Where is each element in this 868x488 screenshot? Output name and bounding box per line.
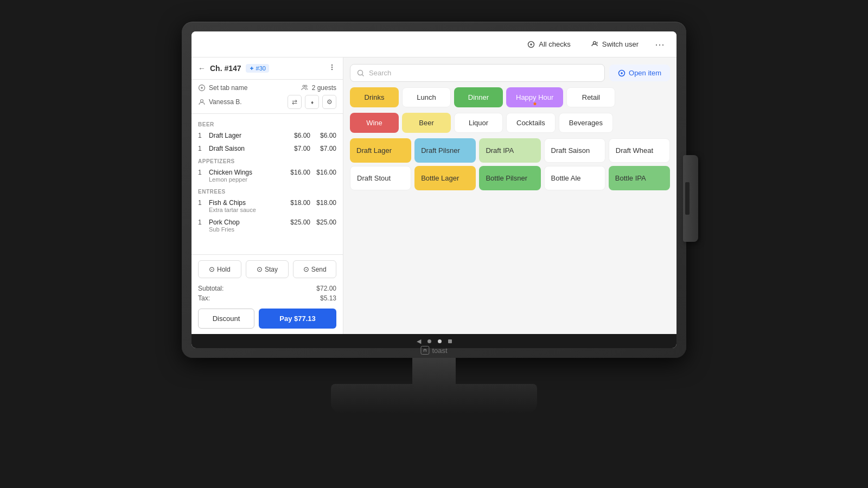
menu-item-draft-lager[interactable]: Draft Lager bbox=[350, 138, 411, 163]
menu-item-draft-saison[interactable]: Draft Saison bbox=[544, 138, 605, 163]
menu-item-bottle-ale[interactable]: Bottle Ale bbox=[544, 166, 605, 190]
card-slot bbox=[685, 182, 690, 215]
set-tab-name-btn[interactable]: Set tab name bbox=[198, 84, 247, 92]
menu-item-draft-pilsner[interactable]: Draft Pilsner bbox=[414, 138, 476, 163]
action-buttons-row: ⊙ Hold ⊙ Stay ⊙ Send bbox=[198, 260, 336, 278]
menu-item-label: Draft IPA bbox=[486, 146, 514, 155]
menu-panel: Search Open item bbox=[343, 57, 676, 334]
order-panel: ← Ch. #147 #30 bbox=[192, 57, 343, 334]
list-item[interactable]: 1 Draft Lager $6.00 $6.00 bbox=[192, 129, 343, 142]
stay-button[interactable]: ⊙ Stay bbox=[246, 260, 289, 278]
send-button[interactable]: ⊙ Send bbox=[293, 260, 336, 278]
menu-item-bottle-ipa[interactable]: Bottle IPA bbox=[609, 166, 670, 190]
monitor-bezel: All checks Switch user ⋯ bbox=[182, 22, 686, 358]
svg-point-7 bbox=[305, 85, 307, 87]
list-item[interactable]: 1 Pork Chop Sub Fries $25.00 $25.00 bbox=[192, 216, 343, 235]
tab-drinks[interactable]: Drinks bbox=[350, 87, 399, 107]
item-name: Chicken Wings bbox=[209, 169, 286, 176]
tab-cocktails[interactable]: Cocktails bbox=[506, 113, 556, 133]
tab-happy-hour[interactable]: Happy Hour bbox=[506, 87, 563, 107]
nav-dot-2[interactable] bbox=[438, 339, 442, 343]
svg-point-3 bbox=[331, 67, 333, 68]
list-item[interactable]: 1 Chicken Wings Lemon pepper $16.00 $16.… bbox=[192, 166, 343, 185]
item-qty: 1 bbox=[198, 145, 205, 152]
list-item[interactable]: 1 Draft Saison $7.00 $7.00 bbox=[192, 142, 343, 155]
tax-value: $5.13 bbox=[320, 294, 336, 302]
menu-item-label: Bottle Ale bbox=[551, 174, 581, 182]
tab-dinner[interactable]: Dinner bbox=[454, 87, 503, 107]
check-options-button[interactable] bbox=[328, 63, 336, 74]
tab-wine[interactable]: Wine bbox=[350, 113, 399, 133]
server-name: Vanessa B. bbox=[198, 98, 241, 106]
discount-button[interactable]: Discount bbox=[198, 309, 254, 329]
happy-hour-dot bbox=[533, 102, 536, 105]
tab-beverages-label: Beverages bbox=[569, 119, 603, 127]
order-meta: Set tab name 2 guests bbox=[192, 80, 343, 114]
more-options-button[interactable]: ⋯ bbox=[652, 36, 668, 53]
search-placeholder: Search bbox=[369, 69, 391, 77]
list-item[interactable]: 1 Fish & Chips Extra tartar sauce $18.00… bbox=[192, 196, 343, 216]
nav-dot-1[interactable] bbox=[427, 339, 431, 343]
tab-lunch-label: Lunch bbox=[417, 93, 436, 101]
server-name-label: Vanessa B. bbox=[209, 98, 241, 106]
item-details: Draft Saison bbox=[209, 145, 290, 152]
item-price: $18.00 bbox=[290, 199, 310, 207]
settings-button[interactable]: ⚙ bbox=[322, 95, 336, 109]
order-header: ← Ch. #147 #30 bbox=[192, 57, 343, 80]
item-price: $16.00 bbox=[290, 169, 310, 176]
menu-item-bottle-pilsner[interactable]: Bottle Pilsner bbox=[479, 166, 540, 190]
menu-item-draft-ipa[interactable]: Draft IPA bbox=[479, 138, 540, 163]
subtotal-row: Subtotal: $72.00 bbox=[198, 284, 336, 293]
main-layout: ← Ch. #147 #30 bbox=[192, 57, 676, 334]
item-total: $16.00 bbox=[315, 169, 336, 176]
send-icon: ⊙ bbox=[303, 265, 309, 273]
svg-point-6 bbox=[303, 85, 305, 87]
nav-square[interactable] bbox=[448, 339, 452, 343]
toast-logo-icon bbox=[420, 346, 429, 355]
search-box[interactable]: Search bbox=[350, 64, 605, 82]
menu-item-draft-stout[interactable]: Draft Stout bbox=[350, 166, 411, 190]
menu-item-label: Draft Stout bbox=[357, 174, 391, 182]
category-tabs: Drinks Lunch Dinner Happy Hour bbox=[350, 87, 670, 107]
set-tab-name-label: Set tab name bbox=[209, 84, 247, 92]
section-entrees: ENTREES bbox=[192, 185, 343, 196]
menu-item-bottle-lager[interactable]: Bottle Lager bbox=[414, 166, 476, 190]
order-actions: ⊙ Hold ⊙ Stay ⊙ Send bbox=[192, 254, 343, 334]
screen-content: All checks Switch user ⋯ bbox=[192, 31, 676, 348]
back-button[interactable]: ← bbox=[198, 64, 206, 73]
stay-label: Stay bbox=[265, 266, 278, 273]
item-modifier: Sub Fries bbox=[209, 226, 286, 233]
switch-user-button[interactable]: Switch user bbox=[584, 37, 645, 52]
item-qty: 1 bbox=[198, 169, 205, 176]
menu-item-label: Bottle IPA bbox=[615, 174, 646, 182]
tab-retail[interactable]: Retail bbox=[566, 87, 615, 107]
item-price-col: $18.00 $18.00 bbox=[290, 199, 336, 207]
tab-beverages[interactable]: Beverages bbox=[559, 113, 613, 133]
item-details: Fish & Chips Extra tartar sauce bbox=[209, 199, 286, 213]
all-checks-button[interactable]: All checks bbox=[520, 37, 577, 52]
tab-beer[interactable]: Beer bbox=[402, 113, 451, 133]
switch-user-icon bbox=[590, 40, 599, 49]
item-name: Draft Saison bbox=[209, 145, 290, 152]
hold-button[interactable]: ⊙ Hold bbox=[198, 260, 241, 278]
svg-point-4 bbox=[331, 69, 333, 70]
tab-lunch[interactable]: Lunch bbox=[402, 87, 451, 107]
all-checks-icon bbox=[527, 40, 535, 49]
monitor-screen: All checks Switch user ⋯ bbox=[192, 31, 676, 348]
open-item-button[interactable]: Open item bbox=[609, 65, 670, 81]
split-button[interactable]: ⬧ bbox=[305, 95, 319, 109]
menu-item-draft-wheat[interactable]: Draft Wheat bbox=[609, 138, 670, 163]
item-price-col: $16.00 $16.00 bbox=[290, 169, 336, 176]
subtotal-label: Subtotal: bbox=[198, 285, 224, 292]
item-price: $25.00 bbox=[290, 219, 310, 226]
send-label: Send bbox=[311, 266, 327, 273]
tab-liquor[interactable]: Liquor bbox=[454, 113, 503, 133]
section-beer: BEER bbox=[192, 118, 343, 129]
pay-button[interactable]: Pay $77.13 bbox=[259, 309, 336, 329]
stay-icon: ⊙ bbox=[257, 265, 263, 273]
subcategory-tabs: Wine Beer Liquor Cocktails bbox=[350, 113, 670, 133]
search-open-row: Search Open item bbox=[350, 64, 670, 82]
nav-back-arrow[interactable]: ◀ bbox=[417, 338, 421, 345]
transfer-button[interactable]: ⇄ bbox=[288, 95, 302, 109]
card-reader bbox=[683, 155, 698, 242]
